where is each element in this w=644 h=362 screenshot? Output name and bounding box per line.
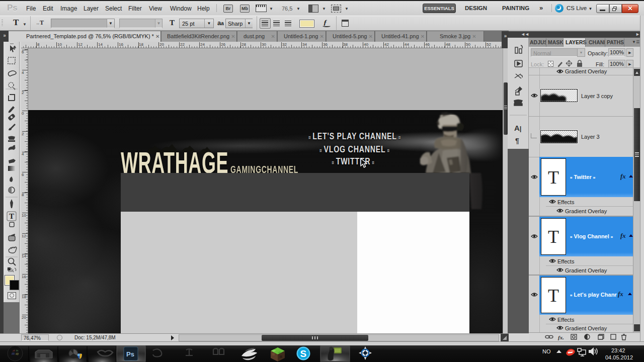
- svg-text:¶: ¶: [515, 137, 519, 145]
- svg-text:fx.: fx.: [558, 334, 564, 340]
- svg-text:A|: A|: [514, 124, 521, 132]
- svg-text:T: T: [9, 212, 14, 220]
- svg-text:S: S: [300, 348, 307, 359]
- svg-text:Ps: Ps: [126, 350, 134, 358]
